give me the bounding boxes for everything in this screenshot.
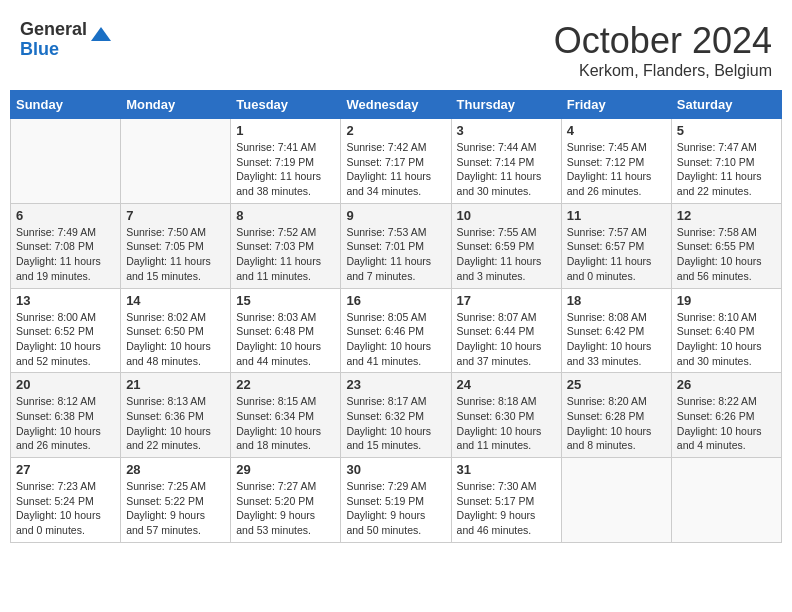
logo: General Blue bbox=[20, 20, 113, 60]
calendar-week-row: 20Sunrise: 8:12 AM Sunset: 6:38 PM Dayli… bbox=[11, 373, 782, 458]
calendar-cell: 28Sunrise: 7:25 AM Sunset: 5:22 PM Dayli… bbox=[121, 458, 231, 543]
calendar-cell: 1Sunrise: 7:41 AM Sunset: 7:19 PM Daylig… bbox=[231, 119, 341, 204]
calendar-cell: 5Sunrise: 7:47 AM Sunset: 7:10 PM Daylig… bbox=[671, 119, 781, 204]
calendar-cell: 9Sunrise: 7:53 AM Sunset: 7:01 PM Daylig… bbox=[341, 203, 451, 288]
day-info: Sunrise: 7:42 AM Sunset: 7:17 PM Dayligh… bbox=[346, 140, 445, 199]
calendar-cell bbox=[11, 119, 121, 204]
day-info: Sunrise: 8:22 AM Sunset: 6:26 PM Dayligh… bbox=[677, 394, 776, 453]
logo-general-text: General bbox=[20, 20, 87, 40]
day-number: 28 bbox=[126, 462, 225, 477]
day-info: Sunrise: 7:45 AM Sunset: 7:12 PM Dayligh… bbox=[567, 140, 666, 199]
calendar-cell: 31Sunrise: 7:30 AM Sunset: 5:17 PM Dayli… bbox=[451, 458, 561, 543]
calendar-cell: 20Sunrise: 8:12 AM Sunset: 6:38 PM Dayli… bbox=[11, 373, 121, 458]
calendar-header-row: SundayMondayTuesdayWednesdayThursdayFrid… bbox=[11, 91, 782, 119]
day-number: 21 bbox=[126, 377, 225, 392]
calendar-cell: 25Sunrise: 8:20 AM Sunset: 6:28 PM Dayli… bbox=[561, 373, 671, 458]
day-number: 22 bbox=[236, 377, 335, 392]
day-number: 29 bbox=[236, 462, 335, 477]
day-info: Sunrise: 7:49 AM Sunset: 7:08 PM Dayligh… bbox=[16, 225, 115, 284]
calendar-cell: 19Sunrise: 8:10 AM Sunset: 6:40 PM Dayli… bbox=[671, 288, 781, 373]
day-number: 16 bbox=[346, 293, 445, 308]
calendar-table: SundayMondayTuesdayWednesdayThursdayFrid… bbox=[10, 90, 782, 543]
day-number: 6 bbox=[16, 208, 115, 223]
calendar-cell: 27Sunrise: 7:23 AM Sunset: 5:24 PM Dayli… bbox=[11, 458, 121, 543]
calendar-cell: 21Sunrise: 8:13 AM Sunset: 6:36 PM Dayli… bbox=[121, 373, 231, 458]
day-number: 9 bbox=[346, 208, 445, 223]
calendar-cell: 11Sunrise: 7:57 AM Sunset: 6:57 PM Dayli… bbox=[561, 203, 671, 288]
day-info: Sunrise: 7:29 AM Sunset: 5:19 PM Dayligh… bbox=[346, 479, 445, 538]
day-number: 3 bbox=[457, 123, 556, 138]
calendar-header-monday: Monday bbox=[121, 91, 231, 119]
day-info: Sunrise: 8:13 AM Sunset: 6:36 PM Dayligh… bbox=[126, 394, 225, 453]
day-number: 19 bbox=[677, 293, 776, 308]
day-info: Sunrise: 8:15 AM Sunset: 6:34 PM Dayligh… bbox=[236, 394, 335, 453]
day-number: 4 bbox=[567, 123, 666, 138]
day-info: Sunrise: 7:25 AM Sunset: 5:22 PM Dayligh… bbox=[126, 479, 225, 538]
calendar-cell: 4Sunrise: 7:45 AM Sunset: 7:12 PM Daylig… bbox=[561, 119, 671, 204]
calendar-header-thursday: Thursday bbox=[451, 91, 561, 119]
day-info: Sunrise: 8:07 AM Sunset: 6:44 PM Dayligh… bbox=[457, 310, 556, 369]
calendar-cell: 2Sunrise: 7:42 AM Sunset: 7:17 PM Daylig… bbox=[341, 119, 451, 204]
svg-marker-0 bbox=[91, 27, 111, 41]
day-info: Sunrise: 7:58 AM Sunset: 6:55 PM Dayligh… bbox=[677, 225, 776, 284]
page-header: General Blue October 2024 Kerkom, Flande… bbox=[10, 10, 782, 85]
day-number: 2 bbox=[346, 123, 445, 138]
calendar-week-row: 6Sunrise: 7:49 AM Sunset: 7:08 PM Daylig… bbox=[11, 203, 782, 288]
location-title: Kerkom, Flanders, Belgium bbox=[554, 62, 772, 80]
day-info: Sunrise: 8:02 AM Sunset: 6:50 PM Dayligh… bbox=[126, 310, 225, 369]
day-info: Sunrise: 7:57 AM Sunset: 6:57 PM Dayligh… bbox=[567, 225, 666, 284]
calendar-cell: 30Sunrise: 7:29 AM Sunset: 5:19 PM Dayli… bbox=[341, 458, 451, 543]
day-number: 30 bbox=[346, 462, 445, 477]
calendar-cell: 17Sunrise: 8:07 AM Sunset: 6:44 PM Dayli… bbox=[451, 288, 561, 373]
calendar-cell: 12Sunrise: 7:58 AM Sunset: 6:55 PM Dayli… bbox=[671, 203, 781, 288]
calendar-cell: 8Sunrise: 7:52 AM Sunset: 7:03 PM Daylig… bbox=[231, 203, 341, 288]
calendar-cell bbox=[671, 458, 781, 543]
day-number: 12 bbox=[677, 208, 776, 223]
day-info: Sunrise: 7:23 AM Sunset: 5:24 PM Dayligh… bbox=[16, 479, 115, 538]
day-info: Sunrise: 7:44 AM Sunset: 7:14 PM Dayligh… bbox=[457, 140, 556, 199]
calendar-header-tuesday: Tuesday bbox=[231, 91, 341, 119]
month-title: October 2024 bbox=[554, 20, 772, 62]
day-info: Sunrise: 8:05 AM Sunset: 6:46 PM Dayligh… bbox=[346, 310, 445, 369]
day-number: 5 bbox=[677, 123, 776, 138]
day-info: Sunrise: 7:55 AM Sunset: 6:59 PM Dayligh… bbox=[457, 225, 556, 284]
calendar-cell bbox=[561, 458, 671, 543]
day-number: 26 bbox=[677, 377, 776, 392]
day-info: Sunrise: 7:52 AM Sunset: 7:03 PM Dayligh… bbox=[236, 225, 335, 284]
day-number: 31 bbox=[457, 462, 556, 477]
day-info: Sunrise: 8:20 AM Sunset: 6:28 PM Dayligh… bbox=[567, 394, 666, 453]
calendar-cell: 24Sunrise: 8:18 AM Sunset: 6:30 PM Dayli… bbox=[451, 373, 561, 458]
day-info: Sunrise: 8:17 AM Sunset: 6:32 PM Dayligh… bbox=[346, 394, 445, 453]
day-number: 24 bbox=[457, 377, 556, 392]
day-info: Sunrise: 8:08 AM Sunset: 6:42 PM Dayligh… bbox=[567, 310, 666, 369]
calendar-header-saturday: Saturday bbox=[671, 91, 781, 119]
day-info: Sunrise: 7:41 AM Sunset: 7:19 PM Dayligh… bbox=[236, 140, 335, 199]
day-number: 20 bbox=[16, 377, 115, 392]
logo-blue-text: Blue bbox=[20, 40, 87, 60]
logo-icon bbox=[89, 23, 113, 47]
day-number: 10 bbox=[457, 208, 556, 223]
day-info: Sunrise: 7:27 AM Sunset: 5:20 PM Dayligh… bbox=[236, 479, 335, 538]
calendar-cell: 15Sunrise: 8:03 AM Sunset: 6:48 PM Dayli… bbox=[231, 288, 341, 373]
day-number: 14 bbox=[126, 293, 225, 308]
day-number: 17 bbox=[457, 293, 556, 308]
day-number: 15 bbox=[236, 293, 335, 308]
day-number: 13 bbox=[16, 293, 115, 308]
calendar-cell: 14Sunrise: 8:02 AM Sunset: 6:50 PM Dayli… bbox=[121, 288, 231, 373]
calendar-week-row: 13Sunrise: 8:00 AM Sunset: 6:52 PM Dayli… bbox=[11, 288, 782, 373]
calendar-cell: 16Sunrise: 8:05 AM Sunset: 6:46 PM Dayli… bbox=[341, 288, 451, 373]
calendar-week-row: 27Sunrise: 7:23 AM Sunset: 5:24 PM Dayli… bbox=[11, 458, 782, 543]
day-number: 8 bbox=[236, 208, 335, 223]
calendar-cell: 6Sunrise: 7:49 AM Sunset: 7:08 PM Daylig… bbox=[11, 203, 121, 288]
day-info: Sunrise: 8:03 AM Sunset: 6:48 PM Dayligh… bbox=[236, 310, 335, 369]
day-info: Sunrise: 8:10 AM Sunset: 6:40 PM Dayligh… bbox=[677, 310, 776, 369]
calendar-cell: 22Sunrise: 8:15 AM Sunset: 6:34 PM Dayli… bbox=[231, 373, 341, 458]
day-number: 1 bbox=[236, 123, 335, 138]
day-number: 23 bbox=[346, 377, 445, 392]
calendar-cell bbox=[121, 119, 231, 204]
calendar-header-friday: Friday bbox=[561, 91, 671, 119]
day-info: Sunrise: 7:47 AM Sunset: 7:10 PM Dayligh… bbox=[677, 140, 776, 199]
day-info: Sunrise: 7:50 AM Sunset: 7:05 PM Dayligh… bbox=[126, 225, 225, 284]
day-info: Sunrise: 8:00 AM Sunset: 6:52 PM Dayligh… bbox=[16, 310, 115, 369]
day-info: Sunrise: 7:53 AM Sunset: 7:01 PM Dayligh… bbox=[346, 225, 445, 284]
